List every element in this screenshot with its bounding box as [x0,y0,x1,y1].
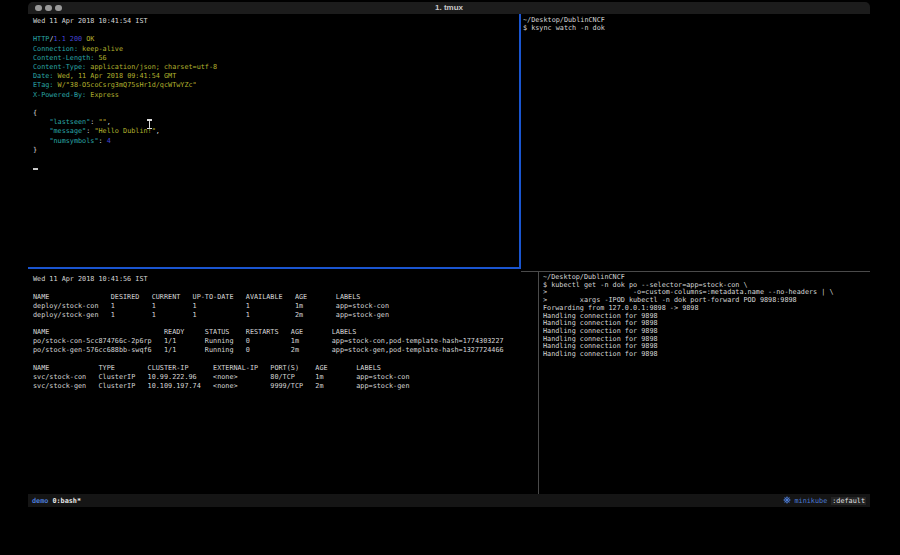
window-tab-bash[interactable]: 0:bash* [52,497,81,505]
terminal-line: NAME DESIRED CURRENT UP-TO-DATE AVAILABL… [33,293,538,302]
terminal-text: Connection: [33,45,78,53]
terminal-line: NAME TYPE CLUSTER-IP EXTERNAL-IP PORT(S)… [33,364,538,373]
terminal-text [33,127,49,135]
terminal-line: "message": "Hello Dublin!", [33,127,519,136]
terminal-line: deploy/stock-gen 1 1 1 1 2m app=stock-ge… [33,311,538,320]
session-name: demo [32,497,48,505]
helm-wheel-icon [783,496,791,506]
terminal-text: } [33,146,37,154]
terminal-text: Wed 11 Apr 2018 10:41:54 IST [33,17,148,25]
terminal-text: 4 [107,137,111,145]
close-button-icon[interactable] [35,5,42,12]
terminal-text [33,118,49,126]
window-title: 1. tmux [28,2,870,14]
minimize-button-icon[interactable] [45,5,52,12]
terminal-line: $ ksync watch -n dok [523,24,870,32]
terminal-text [33,137,49,145]
terminal-text: "lastseen" [49,118,90,126]
terminal-line [33,320,538,329]
terminal-line: HTTP/1.1 200 OK [33,35,519,44]
pane-http-response[interactable]: Wed 11 Apr 2018 10:41:54 IST HTTP/1.1 20… [28,14,519,267]
terminal-line: ~/Desktop/DublinCNCF [523,16,870,24]
terminal-line: "lastseen": "", [33,118,519,127]
terminal-text: , [107,118,111,126]
terminal-text: "" [98,118,106,126]
terminal-line: } [33,146,519,155]
terminal-text: ETag: [33,81,53,89]
terminal-line: deploy/stock-con 1 1 1 1 1m app=stock-co… [33,302,538,311]
terminal-text: 56 [94,54,106,62]
terminal-text: HTTP [33,35,49,43]
pane-ksync-watch[interactable]: ~/Desktop/DublinCNCF$ ksync watch -n dok [521,14,870,269]
tmux-terminal: Wed 11 Apr 2018 10:41:54 IST HTTP/1.1 20… [28,14,870,494]
terminal-line [33,100,519,109]
terminal-text: Date: [33,72,53,80]
terminal-text: OK [86,35,94,43]
terminal-text: Express [86,91,119,99]
terminal-text: , [156,127,160,135]
terminal-line: svc/stock-gen ClusterIP 10.109.197.74 <n… [33,382,538,391]
terminal-line: po/stock-gen-576cc688bb-swqf6 1/1 Runnin… [33,346,538,355]
terminal-window: 1. tmux Wed 11 Apr 2018 10:41:54 IST HTT… [28,2,870,507]
text-ibeam-pointer-icon [146,119,153,130]
terminal-line: "numsymbols": 4 [33,137,519,146]
terminal-text: { [33,109,37,117]
terminal-text: X-Powered-By: [33,91,86,99]
terminal-text: W/"38-O5coCsrg3mQ75sHr1d/qcWTwYZc" [53,81,196,89]
terminal-line: NAME READY STATUS RESTARTS AGE LABELS [33,328,538,337]
pane-port-forward[interactable]: ~/Desktop/DublinCNCF$ kubectl get -n dok… [540,272,870,494]
traffic-lights [35,5,62,12]
terminal-line [33,284,538,293]
terminal-text: Content-Length: [33,54,94,62]
terminal-text: 1.1 200 [53,35,82,43]
terminal-text: Wed, 11 Apr 2018 09:41:54 GMT [53,72,176,80]
terminal-line: Content-Type: application/json; charset=… [33,63,519,72]
terminal-text: keep-alive [78,45,123,53]
terminal-line: Date: Wed, 11 Apr 2018 09:41:54 GMT [33,72,519,81]
terminal-text: : [98,137,106,145]
terminal-line: X-Powered-By: Express [33,91,519,100]
terminal-line [33,155,519,164]
terminal-text: "numsymbols" [49,137,98,145]
pane-divider-vertical-top[interactable] [519,14,521,269]
kube-context: minikube [795,497,828,505]
zoom-button-icon[interactable] [55,5,62,12]
terminal-line: { [33,109,519,118]
terminal-line: Handling connection for 9898 [543,351,870,359]
pane-divider-horizontal-left[interactable] [28,267,521,269]
terminal-line: svc/stock-con ClusterIP 10.99.222.96 <no… [33,373,538,382]
terminal-cursor [33,168,38,170]
terminal-line: ETag: W/"38-O5coCsrg3mQ75sHr1d/qcWTwYZc" [33,81,519,90]
terminal-text: application/json; charset=utf-8 [86,63,217,71]
terminal-text: Content-Type: [33,63,86,71]
terminal-text: "message" [49,127,86,135]
terminal-line: Wed 11 Apr 2018 10:41:56 IST [33,275,538,284]
pane-divider-vertical-bottom[interactable] [538,272,539,495]
terminal-line: po/stock-con-5cc874766c-2p6rp 1/1 Runnin… [33,337,538,346]
kube-namespace: :default [831,497,866,505]
terminal-line [33,26,519,35]
pane-kubectl-resources[interactable]: Wed 11 Apr 2018 10:41:56 IST NAME DESIRE… [28,272,538,494]
terminal-line: Content-Length: 56 [33,54,519,63]
terminal-line [33,355,538,364]
desktop-background: { "palette": { "white": "#d6d6d6", "cyan… [0,0,900,555]
terminal-line [33,164,519,173]
terminal-line: Wed 11 Apr 2018 10:41:54 IST [33,17,519,26]
tmux-status-bar: demo 0:bash* minikube:default [28,494,870,507]
pane-divider-horizontal-right[interactable] [521,271,871,272]
terminal-line: Connection: keep-alive [33,45,519,54]
window-titlebar: 1. tmux [28,2,870,14]
